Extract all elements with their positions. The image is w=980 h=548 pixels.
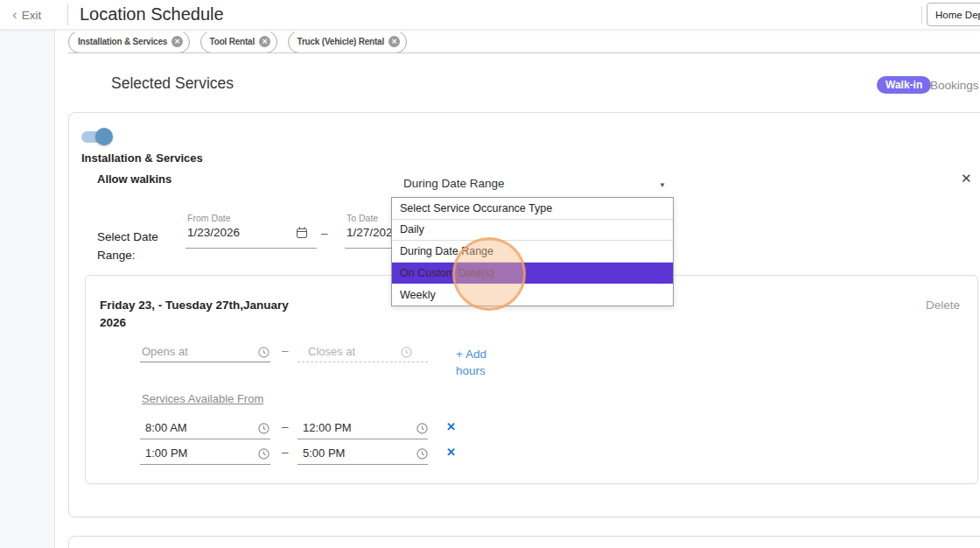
occurrence-select[interactable]: During Date Range	[403, 177, 505, 190]
service-toggle[interactable]	[81, 131, 112, 143]
time-underline	[298, 439, 428, 439]
from-date-field[interactable]: From Date 1/23/2026	[186, 213, 317, 249]
tags-divider	[68, 53, 980, 53]
tag-label: Installation & Services	[78, 37, 167, 46]
delete-button[interactable]: Delete	[926, 299, 960, 312]
top-bar: ‹ Exit Location Schedule Home Depot	[0, 0, 980, 30]
time-dash: –	[282, 420, 289, 433]
time-underline	[298, 464, 428, 465]
next-service-card	[68, 536, 980, 548]
clock-icon[interactable]	[258, 347, 270, 358]
dropdown-option-placeholder[interactable]: Select Service Occurance Type	[392, 198, 673, 220]
clock-icon[interactable]	[258, 423, 270, 434]
closes-at-input[interactable]: Closes at	[308, 345, 355, 358]
calendar-icon[interactable]	[297, 228, 307, 238]
tag-remove-icon[interactable]: ✕	[388, 36, 400, 47]
chevron-down-icon: ▼	[659, 181, 666, 189]
tag-label: Tool Rental	[210, 37, 256, 46]
end-time-input[interactable]: 5:00 PM	[303, 446, 345, 460]
time-row: 1:00 PM – 5:00 PM ✕	[86, 445, 977, 471]
time-row: 8:00 AM – 12:00 PM ✕	[86, 419, 977, 446]
remove-time-row-icon[interactable]: ✕	[446, 420, 456, 433]
click-indicator	[452, 237, 526, 311]
clock-icon[interactable]	[258, 448, 270, 460]
walkin-tab-badge[interactable]: Walk-in	[877, 76, 931, 94]
allow-walkins-label: Allow walkins	[97, 172, 172, 186]
open-close-row: Opens at – Closes at + Add hours	[86, 342, 977, 383]
start-time-input[interactable]: 8:00 AM	[145, 421, 187, 434]
start-time-input[interactable]: 1:00 PM	[145, 446, 187, 460]
date-range-dash: –	[321, 227, 328, 240]
clock-icon[interactable]	[401, 347, 412, 358]
selected-services-heading: Selected Services	[111, 74, 234, 93]
dropdown-option-on-custom-dates[interactable]: On Custom Date(s)	[392, 263, 673, 285]
tag-truck-rental[interactable]: Truck (Vehicle) Rental ✕	[288, 32, 408, 53]
remove-time-row-icon[interactable]: ✕	[446, 446, 456, 459]
occurrence-dropdown: Select Service Occurance Type Daily Duri…	[391, 197, 674, 306]
tag-installation-services[interactable]: Installation & Services ✕	[68, 32, 190, 53]
from-date-label: From Date	[187, 213, 317, 223]
chevron-left-icon: ‹	[12, 7, 18, 22]
clock-icon[interactable]	[416, 448, 428, 460]
field-underline	[186, 248, 317, 249]
bookings-tab[interactable]: Bookings	[930, 79, 979, 92]
page-title: Location Schedule	[80, 4, 224, 25]
service-tags-row: Installation & Services ✕ Tool Rental ✕ …	[68, 32, 980, 53]
end-time-input[interactable]: 12:00 PM	[303, 421, 352, 434]
dropdown-option-weekly[interactable]: Weekly	[392, 284, 673, 306]
services-available-label: Services Available From	[142, 392, 263, 405]
header-divider-right	[921, 6, 922, 24]
hours-dash: –	[282, 344, 289, 357]
time-underline	[140, 439, 270, 439]
closes-underline	[298, 362, 428, 362]
select-date-range-label: Select Date Range:	[97, 228, 165, 264]
dropdown-option-during-date-range[interactable]: During Date Range	[392, 241, 673, 263]
exit-label: Exit	[22, 9, 42, 22]
header-divider	[67, 4, 68, 25]
clock-icon[interactable]	[416, 423, 428, 434]
add-hours-link[interactable]: + Add hours	[456, 346, 503, 379]
store-selector-button[interactable]: Home Depot	[927, 3, 980, 26]
exit-button[interactable]: ‹ Exit	[12, 0, 41, 30]
location-schedule-screen: ‹ Exit Location Schedule Home Depot Inst…	[0, 0, 980, 548]
tag-tool-rental[interactable]: Tool Rental ✕	[200, 32, 278, 53]
dropdown-option-daily[interactable]: Daily	[392, 220, 673, 242]
time-underline	[140, 464, 270, 465]
tag-label: Truck (Vehicle) Rental	[298, 37, 385, 46]
opens-underline	[140, 362, 270, 362]
time-dash: –	[282, 446, 289, 459]
tag-remove-icon[interactable]: ✕	[259, 36, 270, 47]
date-range-title: Friday 23, - Tuesday 27th,January 2026	[100, 297, 305, 332]
service-name: Installation & Services	[81, 151, 203, 165]
opens-at-input[interactable]: Opens at	[142, 345, 188, 358]
tag-remove-icon[interactable]: ✕	[172, 36, 183, 47]
left-sidebar	[0, 30, 55, 548]
toggle-thumb	[95, 128, 113, 145]
close-icon[interactable]: ✕	[961, 171, 972, 186]
